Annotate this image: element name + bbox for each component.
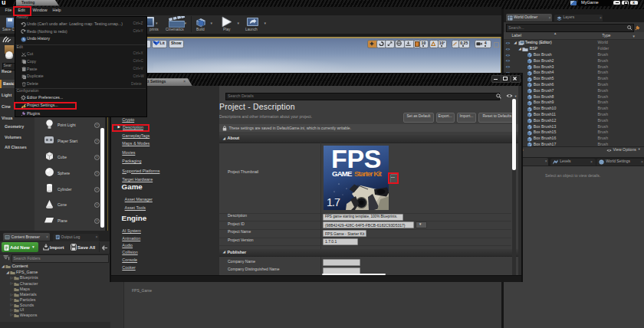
svg-text:Starter Kit: Starter Kit [353, 169, 382, 178]
svg-text:GAME: GAME [332, 169, 353, 178]
svg-text:1.7: 1.7 [326, 196, 340, 208]
